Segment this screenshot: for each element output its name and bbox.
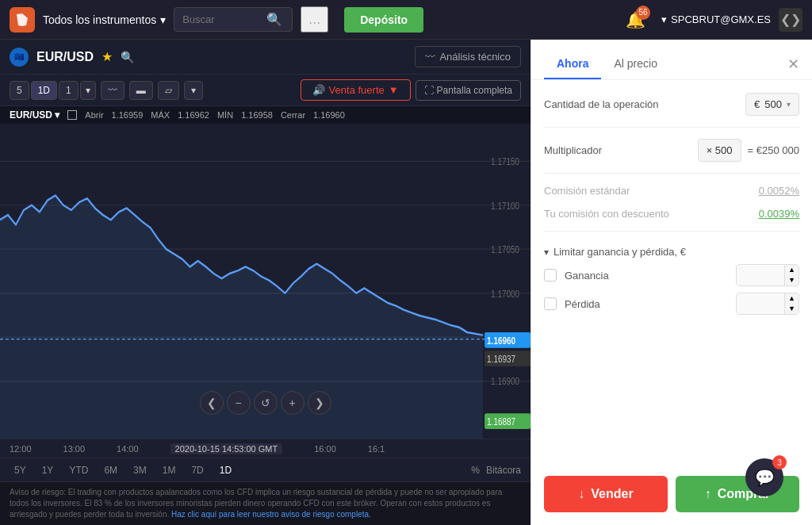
period-6m-button[interactable]: 6M	[99, 463, 122, 477]
candle-chart-icon[interactable]: ⏥	[158, 81, 179, 100]
gain-checkbox[interactable]	[544, 269, 557, 282]
chat-badge: 3	[772, 455, 787, 469]
loss-checkbox[interactable]	[544, 297, 557, 310]
tab-ahora[interactable]: Ahora	[544, 49, 601, 79]
layout-toggle-button[interactable]: ❮❯	[779, 8, 802, 32]
loss-step-down[interactable]: ▼	[785, 304, 799, 314]
zoom-in-button[interactable]: +	[281, 391, 304, 415]
search-box[interactable]: 🔍	[174, 7, 293, 32]
loss-step-up[interactable]: ▲	[785, 293, 799, 304]
multiplier-row: Multiplicador × 500 = €250 000	[544, 139, 799, 162]
risk-warning-bar: Aviso de riesgo: El trading con producto…	[0, 481, 530, 525]
open-label: Abrir	[85, 110, 103, 120]
pan-left-button[interactable]: ❮	[200, 391, 224, 415]
time-label-1400: 14:00	[117, 444, 139, 454]
multiplier-label: Multiplicador	[544, 144, 602, 156]
instruments-label: Todos los instrumentos	[43, 13, 156, 26]
gain-step-up[interactable]: ▲	[785, 265, 799, 275]
instrument-search-icon[interactable]: 🔍	[121, 51, 134, 63]
close-label: Cerrar	[281, 110, 305, 120]
period-ytd-button[interactable]: YTD	[64, 463, 93, 477]
quantity-value-group: € 500 ▾	[745, 93, 799, 116]
svg-text:1.17000: 1.17000	[491, 289, 519, 299]
period-1m-button[interactable]: 1M	[158, 463, 181, 477]
quantity-amount: 500	[764, 98, 782, 110]
commission-label: Comisión estándar	[544, 185, 630, 197]
interval-1d-button[interactable]: 1D	[31, 81, 57, 100]
instruments-selector[interactable]: Todos los instrumentos ▾	[43, 13, 166, 26]
period-3m-button[interactable]: 3M	[128, 463, 151, 477]
currency-symbol: €	[754, 98, 760, 110]
chart-type-dropdown[interactable]: ▾	[184, 81, 203, 100]
quantity-label: Cantidad de la operación	[544, 98, 745, 110]
tab-al-precio[interactable]: Al precio	[601, 49, 669, 79]
expand-icon: ⛶	[424, 85, 434, 96]
buy-arrow-icon: ↑	[705, 487, 711, 501]
deposit-button[interactable]: Depósito	[344, 7, 423, 33]
notification-bell[interactable]: 🔔 56	[626, 10, 645, 29]
chat-button[interactable]: 💬 3	[745, 458, 783, 496]
time-label-1600: 16:00	[314, 444, 336, 454]
instrument-flag: 🇪🇺	[10, 48, 29, 67]
chart-pair-label: EUR/USD ▾	[10, 109, 59, 121]
gain-input[interactable]: ▲ ▼	[736, 264, 799, 286]
zoom-out-button[interactable]: −	[227, 391, 251, 415]
divider-1	[544, 127, 799, 128]
low-label: MÍN	[217, 110, 233, 120]
gain-value-input[interactable]	[737, 266, 784, 285]
divider-3	[544, 231, 799, 232]
sell-button[interactable]: ↓ Vender	[544, 476, 668, 512]
interval-5-button[interactable]: 5	[10, 81, 29, 100]
quantity-row: Cantidad de la operación € 500 ▾	[544, 93, 799, 116]
chevron-down-icon: ▾	[160, 13, 166, 26]
high-value: 1.16962	[178, 110, 209, 120]
risk-link[interactable]: Haz clic aquí para leer nuestro aviso de…	[171, 510, 371, 519]
user-email: SPCBRUT@GMX.ES	[671, 13, 771, 25]
search-input[interactable]	[182, 13, 262, 25]
svg-text:1.17150: 1.17150	[491, 156, 519, 167]
time-label-1300: 13:00	[63, 444, 86, 454]
interval-dropdown[interactable]: ▾	[80, 81, 96, 100]
currency-dropdown-icon: ▾	[787, 100, 791, 109]
period-5y-button[interactable]: 5Y	[10, 463, 31, 477]
fullscreen-button[interactable]: ⛶ Pantalla completa	[416, 80, 521, 101]
loss-row: Pérdida ▲ ▼	[544, 289, 799, 318]
svg-text:1.17050: 1.17050	[491, 244, 519, 255]
chevron-down-icon: ▾	[661, 13, 667, 25]
gain-stepper-buttons: ▲ ▼	[784, 265, 799, 285]
gain-step-down[interactable]: ▼	[785, 275, 799, 285]
loss-stepper-buttons: ▲ ▼	[784, 293, 799, 314]
reset-zoom-button[interactable]: ↺	[254, 391, 278, 415]
chart-panel: 🇪🇺 EUR/USD ★ 🔍 〰 Análisis técnico 5 1D 1…	[0, 40, 530, 525]
sell-strong-button[interactable]: 🔊 Venta fuerte ▼	[301, 79, 411, 101]
panel-tabs: Ahora Al precio	[544, 49, 670, 79]
interval-1-button[interactable]: 1	[59, 81, 79, 100]
limit-header[interactable]: ▾ Limitar ganancia y pérdida, €	[544, 243, 799, 261]
svg-text:1.16887: 1.16887	[487, 416, 515, 427]
loss-input[interactable]: ▲ ▼	[736, 293, 799, 315]
favorite-star-icon[interactable]: ★	[102, 49, 113, 64]
pan-right-button[interactable]: ❯	[308, 391, 331, 415]
order-panel: Ahora Al precio ✕ Cantidad de la operaci…	[530, 40, 812, 525]
search-icon: 🔍	[266, 12, 282, 27]
sell-label: Vender	[591, 487, 633, 501]
currency-selector[interactable]: € 500 ▾	[745, 93, 799, 116]
loss-value-input[interactable]	[737, 294, 784, 314]
panel-close-button[interactable]: ✕	[787, 56, 799, 73]
user-account[interactable]: ▾ SPCBRUT@GMX.ES	[661, 13, 771, 25]
multiplier-selector[interactable]: × 500	[698, 139, 741, 162]
more-button[interactable]: ...	[301, 6, 328, 33]
period-7d-button[interactable]: 7D	[186, 463, 208, 477]
chart-area: EUR/USD ▾ Abrir 1.16959 MÁX 1.16962 MÍN …	[0, 106, 530, 439]
svg-text:1.16937: 1.16937	[487, 354, 515, 364]
technical-analysis-button[interactable]: 〰 Análisis técnico	[415, 46, 521, 67]
bar-chart-icon[interactable]: ▬	[129, 81, 153, 100]
chart-toolbar: 5 1D 1 ▾ 〰 ▬ ⏥ ▾ 🔊 Venta fuerte ▼ ⛶ Pant…	[0, 75, 530, 106]
period-1d-button[interactable]: 1D	[215, 463, 236, 477]
line-chart-icon[interactable]: 〰	[101, 81, 124, 100]
percent-label: %	[471, 465, 480, 476]
multiplier-result: = €250 000	[748, 144, 799, 156]
commission-value: 0.0052%	[759, 185, 799, 197]
period-1y-button[interactable]: 1Y	[37, 463, 59, 477]
divider-2	[544, 173, 799, 174]
